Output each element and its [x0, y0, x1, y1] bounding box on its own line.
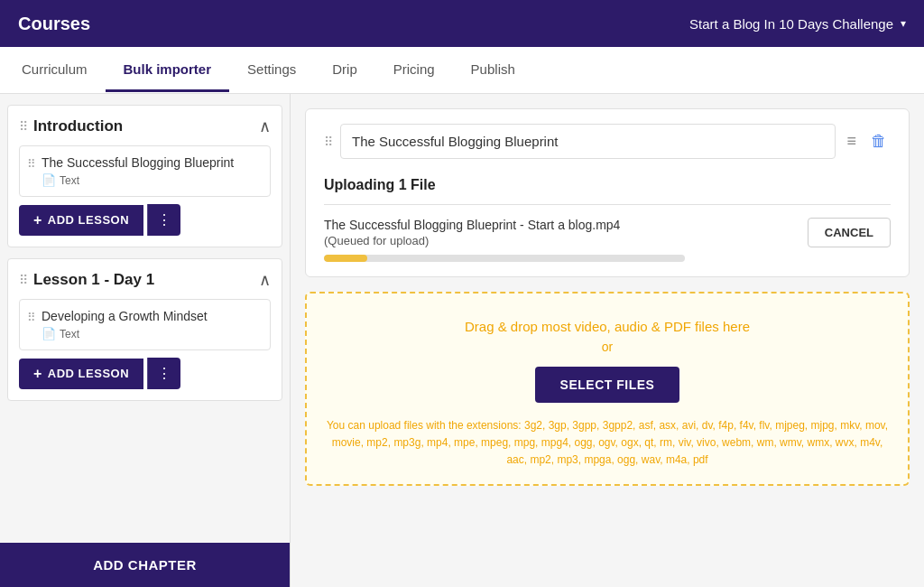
tab-publish[interactable]: Publish	[453, 49, 533, 92]
add-lesson-row-lesson1: + ADD LESSON ⋮	[19, 358, 271, 389]
lesson-type-label: Text	[60, 328, 79, 340]
tab-drip[interactable]: Drip	[314, 49, 375, 92]
file-upload-item: The Successful Blogging Blueprint - Star…	[324, 218, 891, 262]
tab-bulk-importer[interactable]: Bulk importer	[106, 49, 230, 92]
lesson-content: Developing a Growth Mindset 📄 Text	[42, 309, 261, 340]
drop-zone-or: or	[325, 340, 890, 354]
plus-icon: +	[33, 366, 42, 382]
lesson-name: The Successful Blogging Blueprint	[42, 155, 261, 170]
main-layout: ⠿ Introduction ∧ ⠿ The Successful Bloggi…	[0, 94, 924, 587]
tab-settings[interactable]: Settings	[229, 49, 314, 92]
chapter-drag-handle-icon[interactable]: ⠿	[19, 119, 28, 134]
add-lesson-row-introduction: + ADD LESSON ⋮	[19, 204, 271, 236]
file-status: (Queued for upload)	[324, 234, 797, 247]
app-title: Courses	[18, 14, 90, 34]
tab-curriculum[interactable]: Curriculum	[4, 49, 106, 92]
lesson-name: Developing a Growth Mindset	[42, 309, 261, 323]
add-lesson-more-button-introduction[interactable]: ⋮	[147, 204, 180, 236]
course-name: Start a Blog In 10 Days Challenge	[689, 16, 893, 32]
upload-divider	[324, 204, 891, 205]
add-lesson-button-introduction[interactable]: + ADD LESSON	[19, 205, 143, 236]
file-name: The Successful Blogging Blueprint - Star…	[324, 218, 797, 232]
sidebar: ⠿ Introduction ∧ ⠿ The Successful Bloggi…	[0, 94, 291, 587]
lesson-title-input[interactable]	[340, 124, 836, 159]
upload-section-title: Uploading 1 File	[324, 177, 891, 193]
lesson-type-label: Text	[60, 174, 79, 187]
plus-icon: +	[33, 212, 42, 228]
add-chapter-button[interactable]: ADD CHAPTER	[0, 543, 290, 587]
drop-zone[interactable]: Drag & drop most video, audio & PDF file…	[305, 292, 910, 486]
main-content: ⠿ ≡ 🗑 Uploading 1 File The Successful Bl…	[291, 94, 924, 587]
lesson-content: The Successful Blogging Blueprint 📄 Text	[42, 155, 261, 187]
lesson-drag-icon[interactable]: ⠿	[27, 157, 36, 171]
lesson-drag-icon[interactable]: ⠿	[27, 311, 36, 324]
course-selector[interactable]: Start a Blog In 10 Days Challenge ▾	[689, 16, 906, 32]
list-item: ⠿ Developing a Growth Mindset 📄 Text	[19, 299, 271, 350]
chapter-collapse-button-introduction[interactable]: ∧	[259, 116, 271, 136]
lesson-type: 📄 Text	[42, 327, 261, 340]
course-chevron-icon: ▾	[901, 17, 906, 30]
text-file-icon: 📄	[42, 327, 56, 340]
chapter-introduction: ⠿ Introduction ∧ ⠿ The Successful Bloggi…	[7, 105, 282, 247]
app-header: Courses Start a Blog In 10 Days Challeng…	[0, 0, 924, 47]
file-info: The Successful Blogging Blueprint - Star…	[324, 218, 797, 262]
chapter-title-lesson1: Lesson 1 - Day 1	[33, 271, 259, 289]
progress-bar-background	[324, 255, 685, 262]
cancel-upload-button[interactable]: CANCEL	[808, 218, 891, 247]
drag-handle-main-icon[interactable]: ⠿	[324, 135, 333, 149]
tab-pricing[interactable]: Pricing	[375, 49, 453, 92]
drop-zone-text: Drag & drop most video, audio & PDF file…	[325, 319, 890, 334]
text-file-icon: 📄	[42, 173, 56, 187]
lesson-input-row: ⠿ ≡ 🗑	[324, 124, 891, 159]
nav-tabs: Curriculum Bulk importer Settings Drip P…	[0, 47, 924, 94]
drop-zone-extensions: You can upload files with the extensions…	[325, 417, 890, 470]
add-lesson-button-lesson1[interactable]: + ADD LESSON	[19, 359, 143, 389]
chapter-header-lesson1: ⠿ Lesson 1 - Day 1 ∧	[19, 270, 271, 290]
add-lesson-more-button-lesson1[interactable]: ⋮	[147, 358, 180, 389]
list-item: ⠿ The Successful Blogging Blueprint 📄 Te…	[19, 145, 271, 197]
select-files-button[interactable]: SELECT FILES	[535, 367, 680, 403]
chapter-header-introduction: ⠿ Introduction ∧	[19, 116, 271, 136]
document-icon[interactable]: ≡	[843, 128, 860, 154]
delete-icon[interactable]: 🗑	[867, 128, 891, 154]
progress-bar-fill	[324, 255, 367, 262]
upload-card: ⠿ ≡ 🗑 Uploading 1 File The Successful Bl…	[305, 108, 910, 277]
chapter-collapse-button-lesson1[interactable]: ∧	[259, 270, 271, 290]
chapter-drag-handle-icon[interactable]: ⠿	[19, 273, 28, 287]
lesson-type: 📄 Text	[42, 173, 261, 187]
chapter-title-introduction: Introduction	[33, 117, 259, 135]
chapter-lesson1: ⠿ Lesson 1 - Day 1 ∧ ⠿ Developing a Grow…	[7, 258, 282, 401]
